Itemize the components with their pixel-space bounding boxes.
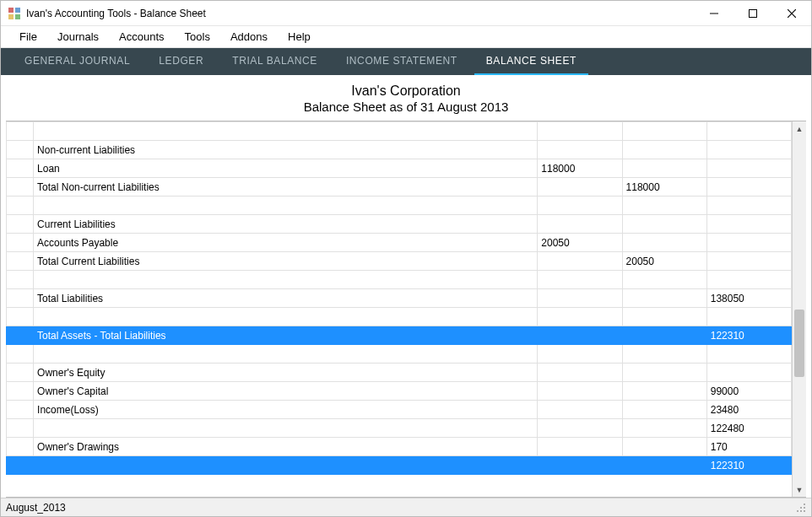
amount-cell-b xyxy=(622,271,706,289)
table-row[interactable]: Income(Loss)23480 xyxy=(7,401,792,419)
amount-cell-c: 122310 xyxy=(706,456,791,475)
row-header-cell xyxy=(7,456,34,475)
amount-cell-a xyxy=(538,252,622,271)
menu-addons[interactable]: Addons xyxy=(220,27,278,46)
scroll-down-arrow[interactable]: ▼ xyxy=(793,482,806,497)
label-cell: Total Non-current Liabilities xyxy=(34,178,538,197)
resize-grip-icon[interactable] xyxy=(796,503,806,513)
row-header-cell xyxy=(7,364,34,382)
amount-cell-a xyxy=(538,197,622,215)
tab-ledger[interactable]: LEDGER xyxy=(147,48,215,75)
tab-general-journal[interactable]: GENERAL JOURNAL xyxy=(13,48,142,75)
amount-cell-b: 20050 xyxy=(622,252,706,271)
amount-cell-a xyxy=(538,289,622,308)
scroll-track[interactable] xyxy=(793,136,806,482)
table-row[interactable]: 122480 xyxy=(7,419,792,438)
tab-balance-sheet[interactable]: BALANCE SHEET xyxy=(474,48,588,75)
amount-cell-b xyxy=(622,345,706,364)
table-row[interactable]: Total Current Liabilities20050 xyxy=(7,252,792,271)
amount-cell-a: 118000 xyxy=(538,159,622,178)
menu-accounts[interactable]: Accounts xyxy=(109,27,174,46)
amount-cell-c: 170 xyxy=(706,438,791,456)
table-row[interactable] xyxy=(7,197,792,215)
amount-cell-b xyxy=(622,438,706,456)
table-row[interactable]: Accounts Payable20050 xyxy=(7,234,792,252)
vertical-scrollbar[interactable]: ▲ ▼ xyxy=(792,121,806,497)
table-row[interactable]: Current Liabilities xyxy=(7,215,792,234)
menu-file[interactable]: File xyxy=(9,27,47,46)
maximize-button[interactable] xyxy=(734,1,772,26)
tab-income-statement[interactable]: INCOME STATEMENT xyxy=(334,48,469,75)
amount-cell-a: 20050 xyxy=(538,234,622,252)
table-row[interactable]: Owner's Capital99000 xyxy=(7,382,792,401)
table-row[interactable]: Total Non-current Liabilities118000 xyxy=(7,178,792,197)
close-button[interactable] xyxy=(772,1,811,26)
menu-help[interactable]: Help xyxy=(278,27,321,46)
row-header-cell xyxy=(7,326,34,345)
row-header-cell xyxy=(7,122,34,141)
statusbar: August_2013 xyxy=(1,498,811,516)
row-header-cell xyxy=(7,234,34,252)
label-cell: Loan xyxy=(34,159,538,178)
table-row[interactable] xyxy=(7,345,792,364)
amount-cell-c xyxy=(706,345,791,364)
table-row[interactable]: Owner's Equity xyxy=(7,364,792,382)
balance-sheet-grid[interactable]: Non-current LiabilitiesLoan118000Total N… xyxy=(6,121,792,475)
menu-tools[interactable]: Tools xyxy=(175,27,220,46)
svg-rect-2 xyxy=(8,14,14,19)
table-row[interactable]: Owner's Drawings170 xyxy=(7,438,792,456)
table-row[interactable]: Non-current Liabilities xyxy=(7,141,792,159)
amount-cell-a xyxy=(538,215,622,234)
amount-cell-b xyxy=(622,122,706,141)
amount-cell-b xyxy=(622,234,706,252)
amount-cell-b xyxy=(622,364,706,382)
svg-point-13 xyxy=(804,510,805,512)
amount-cell-b xyxy=(622,308,706,326)
amount-cell-c: 138050 xyxy=(706,289,791,308)
label-cell: Total Liabilities xyxy=(34,289,538,308)
amount-cell-a xyxy=(538,178,622,197)
sheet-subtitle: Balance Sheet as of 31 August 2013 xyxy=(1,100,811,114)
amount-cell-c: 122310 xyxy=(706,326,791,345)
table-row[interactable]: Total Liabilities138050 xyxy=(7,289,792,308)
label-cell: Non-current Liabilities xyxy=(34,141,538,159)
amount-cell-c xyxy=(706,234,791,252)
row-header-cell xyxy=(7,401,34,419)
amount-cell-b xyxy=(622,141,706,159)
amount-cell-c xyxy=(706,122,791,141)
amount-cell-a xyxy=(538,401,622,419)
minimize-button[interactable] xyxy=(695,1,734,26)
table-row[interactable] xyxy=(7,308,792,326)
row-header-cell xyxy=(7,178,34,197)
row-header-cell xyxy=(7,271,34,289)
amount-cell-a xyxy=(538,364,622,382)
table-row[interactable] xyxy=(7,271,792,289)
tab-trial-balance[interactable]: TRIAL BALANCE xyxy=(220,48,329,75)
row-header-cell xyxy=(7,197,34,215)
table-row[interactable] xyxy=(7,122,792,141)
amount-cell-b xyxy=(622,382,706,401)
amount-cell-a xyxy=(538,271,622,289)
row-header-cell xyxy=(7,308,34,326)
grid-area: Non-current LiabilitiesLoan118000Total N… xyxy=(6,121,806,498)
label-cell xyxy=(34,419,538,438)
amount-cell-c xyxy=(706,178,791,197)
amount-cell-b xyxy=(622,456,706,475)
sheet-header: Ivan's Corporation Balance Sheet as of 3… xyxy=(1,75,811,121)
amount-cell-a xyxy=(538,326,622,345)
row-header-cell xyxy=(7,438,34,456)
svg-point-12 xyxy=(800,510,802,512)
menu-journals[interactable]: Journals xyxy=(47,27,109,46)
table-row[interactable]: 122310 xyxy=(7,456,792,475)
scroll-thumb[interactable] xyxy=(794,310,804,377)
svg-point-11 xyxy=(797,510,798,512)
label-cell: Owner's Capital xyxy=(34,382,538,401)
amount-cell-a xyxy=(538,382,622,401)
scroll-up-arrow[interactable]: ▲ xyxy=(793,121,806,136)
amount-cell-b xyxy=(622,419,706,438)
row-header-cell xyxy=(7,289,34,308)
amount-cell-b xyxy=(622,401,706,419)
table-row[interactable]: Total Assets - Total Liabilities122310 xyxy=(7,326,792,345)
label-cell xyxy=(34,456,538,475)
table-row[interactable]: Loan118000 xyxy=(7,159,792,178)
